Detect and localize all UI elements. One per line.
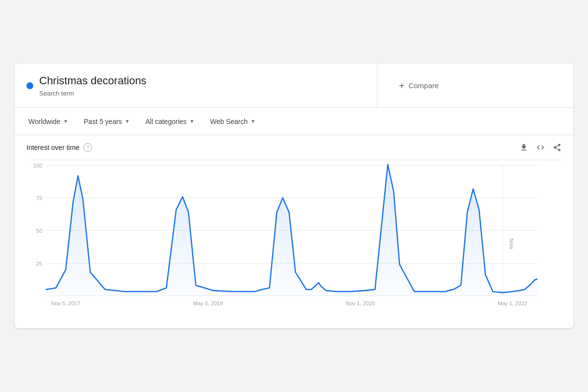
region-label: Worldwide (28, 118, 60, 125)
time-dropdown-arrow: ▼ (125, 119, 130, 124)
svg-text:May 1, 2022: May 1, 2022 (498, 300, 528, 306)
search-type-dropdown-arrow: ▼ (250, 119, 255, 124)
interest-chart: 100 75 50 25 Nov (26, 160, 562, 317)
header-row: Christmas decorations Search term + Comp… (15, 64, 573, 108)
svg-text:100: 100 (33, 163, 42, 169)
region-filter[interactable]: Worldwide ▼ (23, 114, 74, 129)
svg-text:25: 25 (36, 261, 42, 267)
search-term-type: Search term (39, 90, 147, 97)
search-term-name: Christmas decorations (39, 74, 147, 88)
main-container: Christmas decorations Search term + Comp… (15, 64, 573, 328)
search-term-section: Christmas decorations Search term (15, 64, 377, 107)
category-filter[interactable]: All categories ▼ (140, 114, 200, 129)
compare-button[interactable]: + Compare (393, 77, 444, 95)
search-type-filter[interactable]: Web Search ▼ (204, 114, 262, 129)
svg-text:Note: Note (509, 239, 514, 250)
time-filter[interactable]: Past 5 years ▼ (78, 114, 136, 129)
chart-title: Interest over time (26, 144, 79, 151)
region-dropdown-arrow: ▼ (63, 119, 68, 124)
embed-icon[interactable] (536, 143, 545, 152)
chart-section: Interest over time ? (15, 135, 573, 328)
time-label: Past 5 years (84, 118, 122, 125)
chart-wrapper: 100 75 50 25 Nov (26, 160, 562, 317)
search-type-label: Web Search (210, 118, 248, 125)
search-term-text: Christmas decorations Search term (39, 74, 147, 97)
svg-text:May 5, 2019: May 5, 2019 (193, 300, 223, 306)
blue-dot-indicator (26, 82, 33, 89)
plus-icon: + (399, 81, 405, 91)
share-icon[interactable] (553, 143, 562, 152)
svg-text:50: 50 (36, 228, 42, 234)
category-dropdown-arrow: ▼ (190, 119, 195, 124)
filter-row: Worldwide ▼ Past 5 years ▼ All categorie… (15, 108, 573, 135)
chart-header: Interest over time ? (26, 143, 562, 152)
download-icon[interactable] (519, 143, 528, 152)
svg-text:Nov 5, 2017: Nov 5, 2017 (51, 300, 80, 306)
category-label: All categories (146, 118, 187, 125)
chart-actions (519, 143, 562, 152)
svg-text:75: 75 (36, 195, 42, 201)
compare-section: + Compare (377, 64, 573, 107)
compare-label: Compare (409, 81, 439, 90)
svg-text:Nov 1, 2020: Nov 1, 2020 (346, 300, 375, 306)
help-icon[interactable]: ? (83, 143, 92, 152)
chart-title-group: Interest over time ? (26, 143, 92, 152)
